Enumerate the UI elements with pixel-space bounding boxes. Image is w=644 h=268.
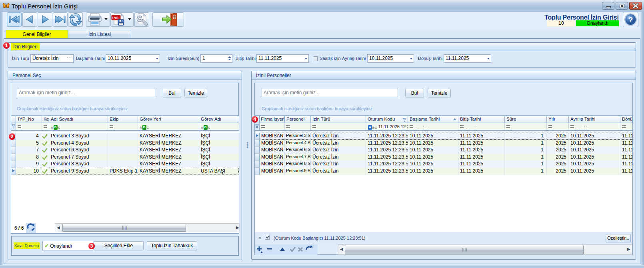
svg-text:PDF: PDF (112, 16, 120, 20)
svg-text:?: ? (628, 16, 633, 24)
